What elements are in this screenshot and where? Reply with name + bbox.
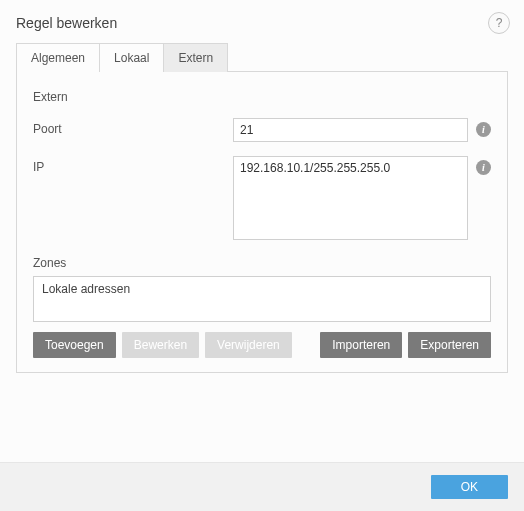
ip-input[interactable] (233, 156, 468, 240)
label-port: Poort (33, 118, 233, 136)
info-icon[interactable]: i (476, 122, 491, 137)
panel-extern: Extern Poort i IP i Zones Lokale adresse… (16, 71, 508, 373)
zones-list[interactable]: Lokale adressen (33, 276, 491, 322)
delete-button: Verwijderen (205, 332, 292, 358)
label-ip: IP (33, 156, 233, 174)
import-button[interactable]: Importeren (320, 332, 402, 358)
section-heading: Extern (33, 90, 491, 104)
row-port: Poort i (33, 118, 491, 142)
tab-extern[interactable]: Extern (164, 43, 228, 72)
ok-button[interactable]: OK (431, 475, 508, 499)
dialog-title: Regel bewerken (16, 15, 117, 31)
port-input[interactable] (233, 118, 468, 142)
dialog: Regel bewerken ? Algemeen Lokaal Extern … (0, 0, 524, 511)
help-icon[interactable]: ? (488, 12, 510, 34)
footer: OK (0, 462, 524, 511)
add-button[interactable]: Toevoegen (33, 332, 116, 358)
tab-general[interactable]: Algemeen (16, 43, 100, 72)
label-zones: Zones (33, 256, 491, 270)
titlebar: Regel bewerken ? (0, 0, 524, 42)
button-row: Toevoegen Bewerken Verwijderen Importere… (33, 332, 491, 358)
row-ip: IP i (33, 156, 491, 240)
tab-local[interactable]: Lokaal (100, 43, 164, 72)
export-button[interactable]: Exporteren (408, 332, 491, 358)
edit-button: Bewerken (122, 332, 199, 358)
content: Algemeen Lokaal Extern Extern Poort i IP… (0, 42, 524, 381)
info-icon[interactable]: i (476, 160, 491, 175)
list-item[interactable]: Lokale adressen (34, 277, 490, 301)
tabs: Algemeen Lokaal Extern (16, 43, 508, 72)
